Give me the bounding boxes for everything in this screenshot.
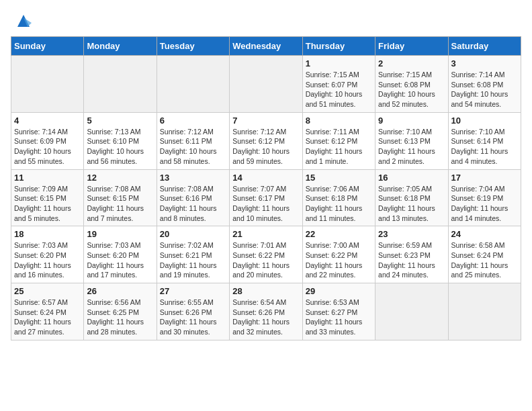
day-info: Sunrise: 7:08 AM Sunset: 6:15 PM Dayligh… bbox=[87, 184, 153, 224]
day-info: Sunrise: 6:56 AM Sunset: 6:25 PM Dayligh… bbox=[87, 298, 153, 337]
day-number: 5 bbox=[87, 116, 153, 126]
day-header-thursday: Thursday bbox=[302, 37, 375, 56]
calendar-cell: 3Sunrise: 7:14 AM Sunset: 6:08 PM Daylig… bbox=[448, 56, 521, 113]
calendar-cell: 18Sunrise: 7:03 AM Sunset: 6:20 PM Dayli… bbox=[11, 226, 84, 283]
calendar-cell: 16Sunrise: 7:05 AM Sunset: 6:18 PM Dayli… bbox=[375, 169, 448, 226]
day-number: 26 bbox=[87, 286, 153, 296]
day-info: Sunrise: 6:57 AM Sunset: 6:24 PM Dayligh… bbox=[14, 298, 81, 337]
day-number: 8 bbox=[306, 116, 372, 126]
calendar-cell: 27Sunrise: 6:55 AM Sunset: 6:26 PM Dayli… bbox=[157, 283, 229, 340]
day-header-saturday: Saturday bbox=[448, 37, 521, 56]
calendar-cell: 24Sunrise: 6:58 AM Sunset: 6:24 PM Dayli… bbox=[448, 226, 521, 283]
day-number: 16 bbox=[378, 173, 445, 183]
calendar-cell: 2Sunrise: 7:15 AM Sunset: 6:08 PM Daylig… bbox=[375, 56, 448, 113]
day-info: Sunrise: 7:05 AM Sunset: 6:18 PM Dayligh… bbox=[378, 184, 445, 224]
day-info: Sunrise: 7:04 AM Sunset: 6:19 PM Dayligh… bbox=[451, 184, 518, 224]
day-number: 7 bbox=[232, 116, 299, 126]
day-number: 13 bbox=[160, 173, 226, 183]
day-number: 1 bbox=[306, 58, 372, 68]
day-info: Sunrise: 6:55 AM Sunset: 6:26 PM Dayligh… bbox=[160, 298, 226, 337]
calendar-cell: 21Sunrise: 7:01 AM Sunset: 6:22 PM Dayli… bbox=[230, 226, 302, 283]
day-header-tuesday: Tuesday bbox=[157, 37, 229, 56]
day-number: 10 bbox=[451, 116, 518, 126]
day-info: Sunrise: 6:59 AM Sunset: 6:23 PM Dayligh… bbox=[378, 240, 445, 280]
calendar-cell: 14Sunrise: 7:07 AM Sunset: 6:17 PM Dayli… bbox=[230, 169, 302, 226]
day-number: 25 bbox=[14, 286, 81, 296]
calendar-cell: 28Sunrise: 6:54 AM Sunset: 6:26 PM Dayli… bbox=[230, 283, 302, 340]
day-info: Sunrise: 7:09 AM Sunset: 6:15 PM Dayligh… bbox=[14, 184, 81, 224]
day-number: 9 bbox=[378, 116, 445, 126]
day-header-monday: Monday bbox=[84, 37, 157, 56]
day-number: 4 bbox=[14, 116, 81, 126]
day-info: Sunrise: 7:00 AM Sunset: 6:22 PM Dayligh… bbox=[306, 240, 372, 280]
day-info: Sunrise: 6:53 AM Sunset: 6:27 PM Dayligh… bbox=[306, 298, 372, 337]
calendar-cell: 12Sunrise: 7:08 AM Sunset: 6:15 PM Dayli… bbox=[84, 169, 157, 226]
day-header-friday: Friday bbox=[375, 37, 448, 56]
day-number: 17 bbox=[451, 173, 518, 183]
calendar-cell: 7Sunrise: 7:12 AM Sunset: 6:12 PM Daylig… bbox=[230, 112, 302, 169]
day-info: Sunrise: 6:58 AM Sunset: 6:24 PM Dayligh… bbox=[451, 240, 518, 280]
calendar-cell: 11Sunrise: 7:09 AM Sunset: 6:15 PM Dayli… bbox=[11, 169, 84, 226]
calendar-cell: 6Sunrise: 7:12 AM Sunset: 6:11 PM Daylig… bbox=[157, 112, 229, 169]
day-number: 11 bbox=[14, 173, 81, 183]
day-number: 23 bbox=[378, 229, 445, 239]
day-info: Sunrise: 7:03 AM Sunset: 6:20 PM Dayligh… bbox=[87, 240, 153, 280]
calendar-cell: 22Sunrise: 7:00 AM Sunset: 6:22 PM Dayli… bbox=[302, 226, 375, 283]
day-info: Sunrise: 7:01 AM Sunset: 6:22 PM Dayligh… bbox=[232, 240, 299, 280]
calendar-table: SundayMondayTuesdayWednesdayThursdayFrid… bbox=[11, 36, 521, 340]
day-number: 3 bbox=[451, 58, 518, 68]
calendar-cell: 13Sunrise: 7:08 AM Sunset: 6:16 PM Dayli… bbox=[157, 169, 229, 226]
day-header-wednesday: Wednesday bbox=[230, 37, 302, 56]
calendar-cell: 26Sunrise: 6:56 AM Sunset: 6:25 PM Dayli… bbox=[84, 283, 157, 340]
calendar-week-5: 25Sunrise: 6:57 AM Sunset: 6:24 PM Dayli… bbox=[11, 283, 521, 340]
day-info: Sunrise: 7:07 AM Sunset: 6:17 PM Dayligh… bbox=[232, 184, 299, 224]
day-number: 29 bbox=[306, 286, 372, 296]
calendar-cell: 15Sunrise: 7:06 AM Sunset: 6:18 PM Dayli… bbox=[302, 169, 375, 226]
calendar-cell: 25Sunrise: 6:57 AM Sunset: 6:24 PM Dayli… bbox=[11, 283, 84, 340]
header bbox=[11, 11, 521, 31]
calendar-cell bbox=[11, 56, 84, 113]
day-number: 15 bbox=[306, 173, 372, 183]
day-number: 14 bbox=[232, 173, 299, 183]
calendar-week-3: 11Sunrise: 7:09 AM Sunset: 6:15 PM Dayli… bbox=[11, 169, 521, 226]
calendar-cell bbox=[448, 283, 521, 340]
calendar-cell bbox=[84, 56, 157, 113]
calendar-cell: 1Sunrise: 7:15 AM Sunset: 6:07 PM Daylig… bbox=[302, 56, 375, 113]
calendar-cell: 19Sunrise: 7:03 AM Sunset: 6:20 PM Dayli… bbox=[84, 226, 157, 283]
calendar-week-4: 18Sunrise: 7:03 AM Sunset: 6:20 PM Dayli… bbox=[11, 226, 521, 283]
day-number: 21 bbox=[232, 229, 299, 239]
logo-icon bbox=[13, 11, 34, 31]
calendar-cell: 9Sunrise: 7:10 AM Sunset: 6:13 PM Daylig… bbox=[375, 112, 448, 169]
day-info: Sunrise: 7:06 AM Sunset: 6:18 PM Dayligh… bbox=[306, 184, 372, 224]
day-number: 24 bbox=[451, 229, 518, 239]
day-info: Sunrise: 7:14 AM Sunset: 6:08 PM Dayligh… bbox=[451, 70, 518, 109]
calendar-cell: 29Sunrise: 6:53 AM Sunset: 6:27 PM Dayli… bbox=[302, 283, 375, 340]
day-number: 2 bbox=[378, 58, 445, 68]
day-info: Sunrise: 7:13 AM Sunset: 6:10 PM Dayligh… bbox=[87, 127, 153, 167]
calendar-cell: 4Sunrise: 7:14 AM Sunset: 6:09 PM Daylig… bbox=[11, 112, 84, 169]
calendar-cell: 23Sunrise: 6:59 AM Sunset: 6:23 PM Dayli… bbox=[375, 226, 448, 283]
day-info: Sunrise: 7:08 AM Sunset: 6:16 PM Dayligh… bbox=[160, 184, 226, 224]
calendar-cell: 17Sunrise: 7:04 AM Sunset: 6:19 PM Dayli… bbox=[448, 169, 521, 226]
calendar-week-1: 1Sunrise: 7:15 AM Sunset: 6:07 PM Daylig… bbox=[11, 56, 521, 113]
day-number: 6 bbox=[160, 116, 226, 126]
day-number: 28 bbox=[232, 286, 299, 296]
day-number: 18 bbox=[14, 229, 81, 239]
calendar-cell bbox=[157, 56, 229, 113]
day-number: 20 bbox=[160, 229, 226, 239]
day-info: Sunrise: 7:12 AM Sunset: 6:12 PM Dayligh… bbox=[232, 127, 299, 167]
calendar-cell: 8Sunrise: 7:11 AM Sunset: 6:12 PM Daylig… bbox=[302, 112, 375, 169]
calendar-cell: 5Sunrise: 7:13 AM Sunset: 6:10 PM Daylig… bbox=[84, 112, 157, 169]
day-number: 19 bbox=[87, 229, 153, 239]
day-info: Sunrise: 7:02 AM Sunset: 6:21 PM Dayligh… bbox=[160, 240, 226, 280]
day-number: 22 bbox=[306, 229, 372, 239]
day-info: Sunrise: 7:15 AM Sunset: 6:07 PM Dayligh… bbox=[306, 70, 372, 109]
logo bbox=[11, 11, 34, 31]
day-info: Sunrise: 7:03 AM Sunset: 6:20 PM Dayligh… bbox=[14, 240, 81, 280]
day-header-sunday: Sunday bbox=[11, 37, 84, 56]
calendar-cell: 20Sunrise: 7:02 AM Sunset: 6:21 PM Dayli… bbox=[157, 226, 229, 283]
calendar-week-2: 4Sunrise: 7:14 AM Sunset: 6:09 PM Daylig… bbox=[11, 112, 521, 169]
day-info: Sunrise: 7:10 AM Sunset: 6:14 PM Dayligh… bbox=[451, 127, 518, 167]
day-info: Sunrise: 7:15 AM Sunset: 6:08 PM Dayligh… bbox=[378, 70, 445, 109]
calendar-header-row: SundayMondayTuesdayWednesdayThursdayFrid… bbox=[11, 37, 521, 56]
